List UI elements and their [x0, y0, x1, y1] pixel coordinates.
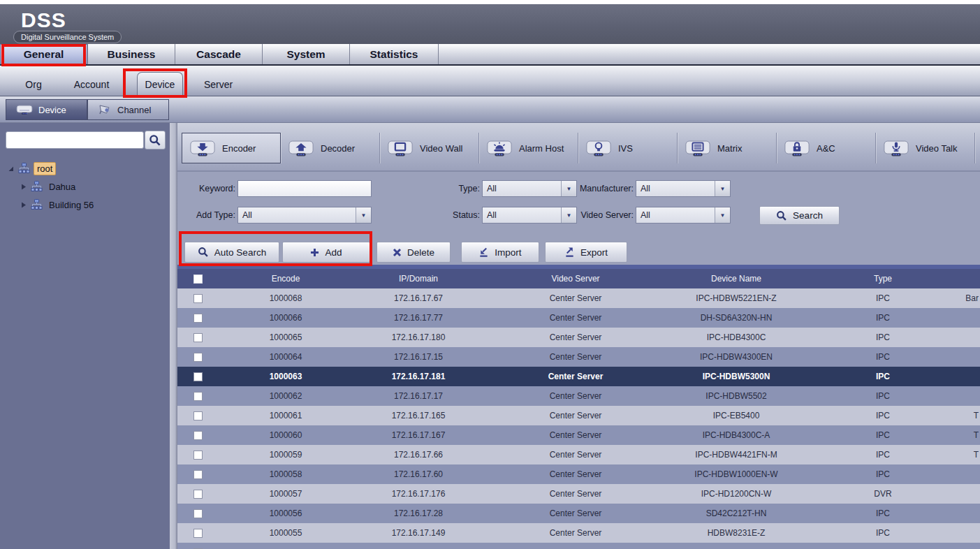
row-checkbox[interactable]	[193, 529, 203, 538]
row-checkbox[interactable]	[193, 372, 203, 381]
add-button[interactable]: Add	[282, 242, 370, 263]
tree-node-dahua[interactable]: Dahua	[0, 177, 170, 196]
collapsed-arrow-icon	[20, 183, 27, 191]
cell-device-name: HDBW8231E-Z	[666, 528, 806, 538]
status-label: Status:	[424, 210, 480, 220]
row-checkbox[interactable]	[193, 392, 203, 401]
subtab-org[interactable]: Org	[13, 79, 54, 90]
row-checkbox[interactable]	[193, 509, 203, 518]
cell-device-name: IPC-HDBW4300EN	[666, 352, 806, 362]
row-checkbox[interactable]	[193, 333, 203, 342]
row-checkbox[interactable]	[193, 294, 203, 303]
table-row[interactable]: 1000065172.16.17.180Center ServerIPC-HDB…	[177, 328, 980, 347]
add-type-dropdown[interactable]: All▼	[237, 207, 372, 224]
tab-statistics[interactable]: Statistics	[350, 44, 439, 64]
table-row[interactable]: 1000056172.16.17.28Center ServerSD42C212…	[177, 504, 980, 523]
filter-panel: Keyword: Type: All▼ Manufacturer: All▼ A…	[177, 173, 980, 237]
row-checkbox[interactable]	[193, 490, 203, 499]
cell-video-server: Center Server	[485, 352, 666, 362]
devtab-ivs[interactable]: IVS	[578, 133, 678, 163]
cell-device-name: IPC-HDBW5502	[666, 391, 806, 401]
delete-button[interactable]: Delete	[376, 242, 451, 263]
table-row[interactable]: 1000060172.16.17.167Center ServerIPC-HDB…	[177, 425, 980, 445]
row-checkbox[interactable]	[193, 451, 203, 460]
table-row[interactable]: 1000066172.16.17.77Center ServerDH-SD6A3…	[177, 308, 980, 328]
row-checkbox[interactable]	[193, 470, 203, 479]
export-button[interactable]: Export	[545, 242, 627, 263]
cell-ip-domain: 172.16.17.17	[352, 391, 485, 401]
cell-ip-domain: 172.16.17.67	[352, 293, 485, 303]
subtab-server[interactable]: Server	[199, 79, 237, 90]
cell-video-server: Center Server	[485, 313, 666, 323]
cell-device-name: IPC-EB5400	[666, 411, 806, 420]
export-icon	[564, 247, 575, 258]
type-dropdown[interactable]: All▼	[482, 180, 577, 197]
devtab-decoder[interactable]: Decoder	[281, 133, 380, 163]
cell-extra: T	[960, 411, 980, 420]
org-node-icon	[18, 163, 30, 174]
encoder-icon	[189, 139, 216, 158]
cell-encode: 1000061	[219, 411, 352, 420]
row-checkbox[interactable]	[193, 314, 203, 323]
org-search-input[interactable]	[6, 131, 144, 149]
view-toggle-channel[interactable]: Channel	[87, 99, 169, 120]
auto-search-button[interactable]: Auto Search	[184, 242, 279, 263]
status-dropdown[interactable]: All▼	[482, 207, 577, 224]
org-search-button[interactable]	[145, 131, 166, 149]
devtab-video-wall[interactable]: Video Wall	[380, 133, 479, 163]
subtab-account[interactable]: Account	[70, 79, 113, 90]
table-row[interactable]: 1000057172.16.17.176Center ServerIPC-HD1…	[177, 484, 980, 504]
cell-ip-domain: 172.16.17.181	[352, 372, 485, 381]
table-row[interactable]	[177, 543, 980, 549]
tree-node-root[interactable]: root	[0, 159, 170, 177]
cell-encode: 1000055	[219, 528, 352, 538]
cell-type: IPC	[806, 332, 960, 342]
devtab-encoder[interactable]: Encoder	[182, 133, 281, 163]
table-row[interactable]: 1000061172.16.17.165Center ServerIPC-EB5…	[177, 406, 980, 425]
app-header: DSS Digital Surveillance System	[0, 4, 980, 44]
tab-general[interactable]: General	[0, 44, 88, 64]
devtab-matrix[interactable]: Matrix	[678, 133, 777, 163]
cell-ip-domain: 172.16.17.149	[352, 528, 485, 538]
video-server-dropdown[interactable]: All▼	[636, 207, 731, 224]
view-toggle-toolbar: Device Channel	[0, 96, 980, 123]
video-talk-mic-icon	[883, 139, 909, 158]
cell-video-server: Center Server	[485, 430, 666, 440]
row-checkbox[interactable]	[193, 353, 203, 362]
manufacturer-dropdown[interactable]: All▼	[636, 180, 731, 197]
cell-type: IPC	[806, 411, 960, 420]
subtab-device[interactable]: Device	[137, 72, 183, 96]
devtab-alarm-host[interactable]: Alarm Host	[479, 133, 578, 163]
keyword-input[interactable]	[237, 180, 372, 197]
table-row[interactable]: 1000058172.16.17.60Center ServerIPC-HDBW…	[177, 464, 980, 484]
cell-encode: 1000068	[219, 293, 352, 303]
table-row[interactable]: 1000055172.16.17.149Center ServerHDBW823…	[177, 523, 980, 543]
org-tree: root Dahua Building 56	[0, 159, 170, 214]
tree-node-building-56[interactable]: Building 56	[0, 196, 170, 214]
table-row[interactable]: 1000068172.16.17.67Center ServerIPC-HDBW…	[177, 288, 980, 308]
table-row[interactable]: 1000063172.16.17.181Center ServerIPC-HDB…	[177, 367, 980, 386]
chevron-down-icon: ▼	[715, 181, 730, 196]
import-button[interactable]: Import	[461, 242, 539, 263]
tab-system[interactable]: System	[263, 44, 350, 64]
video-wall-icon	[387, 139, 414, 158]
row-checkbox[interactable]	[193, 411, 203, 420]
plus-icon	[310, 248, 319, 257]
x-icon	[393, 248, 402, 257]
devtab-ac[interactable]: A&C	[777, 133, 876, 163]
devtab-video-talk[interactable]: Video Talk	[876, 133, 975, 163]
table-row[interactable]: 1000059172.16.17.66Center ServerIPC-HDBW…	[177, 445, 980, 464]
select-all-checkbox[interactable]	[193, 274, 203, 284]
tab-business[interactable]: Business	[88, 44, 175, 64]
view-toggle-device[interactable]: Device	[6, 99, 87, 120]
tab-cascade[interactable]: Cascade	[175, 44, 263, 64]
device-table-body: 1000068172.16.17.67Center ServerIPC-HDBW…	[177, 288, 980, 549]
table-row[interactable]: 1000062172.16.17.17Center ServerIPC-HDBW…	[177, 386, 980, 406]
table-header: Encode IP/Domain Video Server Device Nam…	[177, 269, 980, 288]
cell-type: IPC	[806, 430, 960, 440]
table-row[interactable]: 1000064172.16.17.15Center ServerIPC-HDBW…	[177, 347, 980, 367]
cell-video-server: Center Server	[485, 391, 666, 401]
row-checkbox[interactable]	[193, 431, 203, 440]
search-button[interactable]: Search	[759, 206, 840, 225]
cell-video-server: Center Server	[485, 372, 666, 381]
